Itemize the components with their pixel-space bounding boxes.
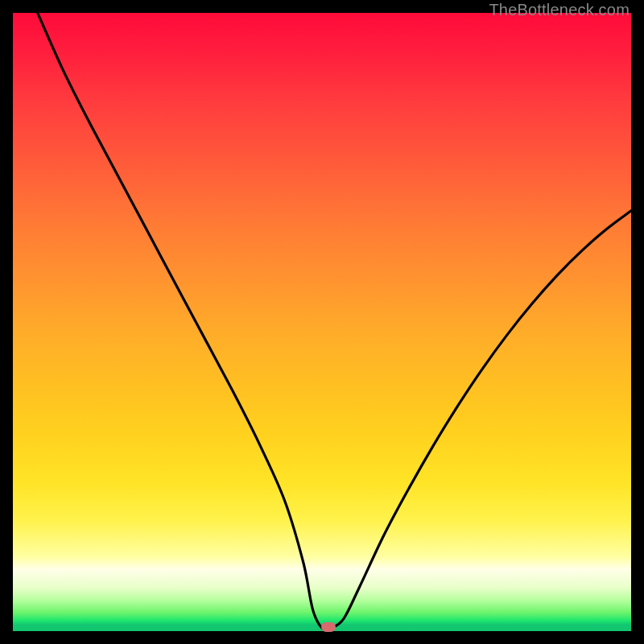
plot-area [13,13,631,631]
bottleneck-curve [38,13,631,630]
chart-frame: TheBottleneck.com [0,0,644,644]
curve-svg [13,13,631,631]
optimum-marker [321,622,336,632]
watermark-text: TheBottleneck.com [489,1,630,19]
